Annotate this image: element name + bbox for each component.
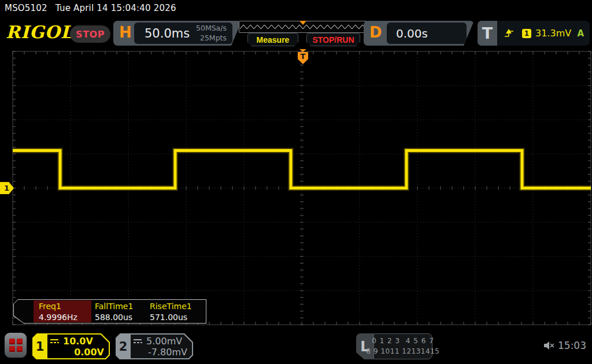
- measurement-value: 588.00us: [95, 313, 150, 322]
- channel2-scale: 5.00mV: [146, 336, 182, 347]
- measurement-label: FallTime1: [95, 302, 150, 311]
- model-name: MSO5102: [5, 3, 47, 13]
- datetime: Tue April 14 15:04:40 2026: [56, 3, 176, 13]
- measurement-item-falltime[interactable]: FallTime1 588.00us: [95, 302, 150, 322]
- preview-trigger-position-icon: [299, 21, 306, 25]
- waveform-preview-strip[interactable]: [239, 21, 367, 33]
- rising-edge-trigger-icon: [504, 28, 515, 38]
- channel1-ground-marker-label: 1: [4, 184, 9, 192]
- logic-channels-row2: 8 9 1011 12131415: [367, 347, 440, 356]
- channel2-offset: -7.80mV: [148, 347, 187, 358]
- windows-grid-button[interactable]: [5, 333, 27, 358]
- dc-coupling-icon: [50, 338, 59, 344]
- delay-value: 0.00s: [396, 27, 428, 40]
- channel1-badge: 1: [32, 333, 47, 359]
- horizontal-label: H: [119, 24, 132, 41]
- trigger-mode-auto: A: [577, 28, 584, 39]
- status-clock-area: 15:03: [543, 340, 586, 351]
- acquisition-status-badge[interactable]: STOP: [70, 25, 110, 43]
- timebase-value: 50.0ms: [145, 27, 190, 40]
- measure-button-label: Measure: [257, 35, 290, 44]
- channel1-status-block[interactable]: 1 10.0V 0.00V: [32, 333, 110, 359]
- acquisition-status-label: STOP: [76, 29, 105, 40]
- channel2-status-block[interactable]: 2 5.00mV -7.80mV: [116, 333, 193, 359]
- channel1-scale: 10.0V: [63, 336, 93, 347]
- trigger-source-badge: 1: [522, 29, 531, 38]
- measurement-panel[interactable]: Freq1 4.9996Hz FallTime1 588.00us RiseTi…: [13, 299, 206, 324]
- measurement-item-risetime[interactable]: RiseTime1 571.00us: [150, 302, 205, 322]
- trigger-edge-top-icon: [299, 49, 306, 52]
- rigol-logo: RIGOL: [6, 22, 73, 42]
- measurement-label: Freq1: [39, 302, 94, 311]
- trigger-position-marker[interactable]: T: [298, 52, 308, 64]
- oscilloscope-screen: MSO5102Tue April 14 15:04:40 2026 RIGOL …: [0, 0, 592, 364]
- measurement-value: 571.00us: [150, 313, 205, 322]
- measurement-item-freq[interactable]: Freq1 4.9996Hz: [39, 302, 94, 322]
- horizontal-widget[interactable]: H 50.0ms 50MSa/s 25Mpts: [113, 21, 242, 46]
- stop-run-button[interactable]: STOP/RUN: [306, 33, 360, 46]
- dc-coupling-icon: [133, 338, 142, 344]
- trigger-widget[interactable]: T 1 31.3mV A: [478, 21, 590, 46]
- trigger-level-value: 31.3mV: [535, 28, 571, 39]
- logic-channels-row1: 0 1 2 3 4 5 6 7: [372, 336, 434, 346]
- trigger-tab-label: T: [478, 21, 497, 46]
- grid-icon: [9, 339, 23, 352]
- speaker-muted-icon[interactable]: [543, 340, 555, 351]
- measure-button[interactable]: Measure: [247, 33, 298, 46]
- delay-widget[interactable]: D 0.00s: [364, 21, 474, 46]
- memory-depth: 25Mpts: [196, 34, 227, 43]
- logic-channels-block[interactable]: L 0 1 2 3 4 5 6 7 8 9 1011 12131415: [356, 333, 432, 359]
- delay-label: D: [369, 24, 382, 41]
- channel1-offset: 0.00V: [74, 347, 104, 358]
- sample-rate: 50MSa/s: [196, 24, 227, 33]
- stop-run-button-label: STOP/RUN: [312, 35, 354, 44]
- sample-rate-memdepth: 50MSa/s 25Mpts: [196, 24, 227, 43]
- measurement-value: 4.9996Hz: [39, 313, 94, 322]
- channel1-ground-marker[interactable]: 1: [0, 182, 14, 194]
- measurement-label: RiseTime1: [150, 302, 205, 311]
- clock: 15:03: [558, 340, 586, 351]
- title-bar: MSO5102Tue April 14 15:04:40 2026: [5, 3, 176, 13]
- channel2-badge: 2: [116, 333, 131, 359]
